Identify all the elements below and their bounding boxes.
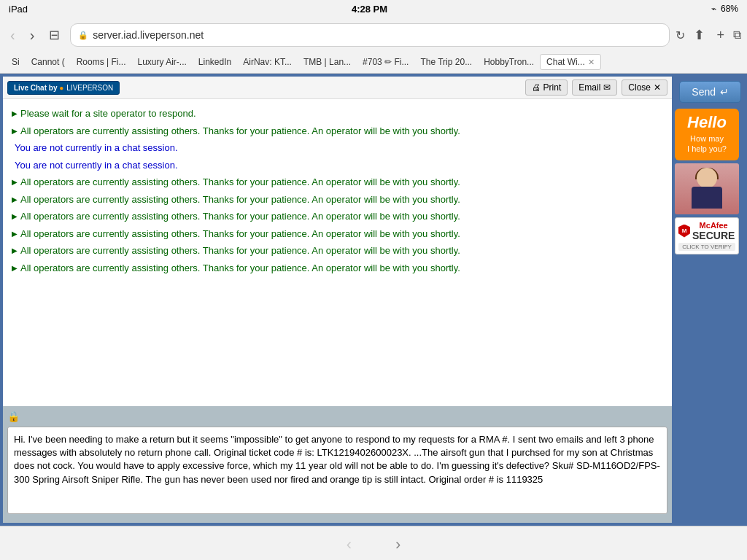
mcafee-secure-text: SECURE (692, 230, 735, 241)
bluetooth-icon: ⌁ (711, 4, 716, 14)
input-lock-icon: 🔒 (7, 411, 20, 422)
email-button[interactable]: Email ✉ (572, 79, 617, 96)
chat-message-system: ▶Please wait for a site operator to resp… (12, 106, 663, 121)
device-label: iPad (9, 4, 28, 15)
agent-figure (689, 165, 725, 212)
hello-text: Hello (681, 114, 733, 131)
reload-button[interactable]: ↻ (676, 28, 685, 42)
liveperson-label: LIVEPERSON (66, 84, 113, 92)
send-button[interactable]: Send ↵ (679, 81, 741, 103)
bookmark-tab-hobbytron[interactable]: HobbyTron... (478, 55, 540, 69)
bookmarks-button[interactable]: ⊟ (44, 26, 64, 44)
mcafee-logo: M McAfee SECURE (678, 221, 735, 241)
chat-message-system: ▶All operators are currently assisting o… (12, 192, 663, 207)
address-lock-icon: 🔒 (78, 31, 88, 40)
status-time: 4:28 PM (352, 4, 387, 15)
send-label: Send (692, 86, 716, 98)
status-device: iPad (9, 4, 28, 15)
main-area: Live Chat by ● LIVEPERSON 🖨 Print Email … (0, 74, 747, 560)
print-button[interactable]: 🖨 Print (525, 79, 568, 96)
mcafee-name: McAfee (692, 221, 735, 230)
bookmark-tab-rooms[interactable]: Rooms | Fi... (71, 55, 132, 69)
chat-messages: ▶Please wait for a site operator to resp… (3, 99, 672, 406)
address-bar[interactable]: 🔒 server.iad.liveperson.net (70, 23, 670, 47)
chat-message-plain: You are not currently in a chat session. (12, 141, 663, 155)
chat-message-system: ▶All operators are currently assisting o… (12, 261, 663, 276)
mcafee-secure-badge[interactable]: M McAfee SECURE CLICK TO VERIFY (675, 217, 739, 254)
email-label: Email (578, 82, 600, 93)
close-icon: ✕ (654, 82, 661, 93)
bottom-back-button[interactable]: ‹ (347, 535, 352, 554)
browser-chrome: ‹ › ⊟ 🔒 server.iad.liveperson.net ↻ ⬆ + … (0, 18, 747, 74)
back-button[interactable]: ‹ (6, 26, 20, 45)
liveperson-logo: Live Chat by ● LIVEPERSON (7, 81, 120, 95)
mcafee-shield-icon: M (678, 225, 690, 238)
close-button[interactable]: Close ✕ (622, 79, 667, 96)
bookmark-tab-703[interactable]: #703 ✏ Fi... (357, 55, 414, 69)
bookmark-tab-linkedin[interactable]: LinkedIn (193, 55, 237, 69)
chat-main: Live Chat by ● LIVEPERSON 🖨 Print Email … (3, 77, 672, 523)
right-sidebar: Send ↵ Hello How mayI help you? (675, 77, 744, 523)
input-area: 🔒 (3, 406, 672, 523)
chat-toolbar: Live Chat by ● LIVEPERSON 🖨 Print Email … (3, 77, 672, 99)
tab-close-icon[interactable]: ✕ (588, 58, 595, 67)
chat-message-system: ▶All operators are currently assisting o… (12, 175, 663, 190)
chat-message-system: ▶All operators are currently assisting o… (12, 244, 663, 258)
forward-button[interactable]: › (26, 26, 39, 45)
hello-sub: How mayI help you? (681, 133, 733, 155)
status-bar: iPad 4:28 PM ⌁ 68% (0, 0, 747, 18)
chat-message-system: ▶All operators are currently assisting o… (12, 209, 663, 224)
battery-level: 68% (721, 4, 738, 14)
lock-icon-row: 🔒 (7, 411, 667, 422)
bookmark-tab-cannot[interactable]: Cannot ( (26, 55, 71, 69)
hello-box: Hello How mayI help you? (675, 109, 739, 160)
print-icon: 🖨 (532, 82, 541, 93)
nav-bar: ‹ › ⊟ 🔒 server.iad.liveperson.net ↻ ⬆ + … (0, 18, 747, 52)
send-icon: ↵ (720, 86, 729, 98)
new-tab-button[interactable]: + (713, 25, 727, 46)
close-label: Close (628, 82, 651, 93)
bookmark-tab-si[interactable]: Si (6, 55, 26, 69)
chat-input[interactable] (7, 427, 667, 514)
bookmark-tab-tmb[interactable]: TMB | Lan... (298, 55, 357, 69)
chat-message-system: ▶All operators are currently assisting o… (12, 227, 663, 241)
chat-message-plain: You are not currently in a chat session. (12, 158, 663, 173)
toolbar-right: 🖨 Print Email ✉ Close ✕ (525, 79, 667, 96)
livechat-label: Live Chat by ● (14, 84, 63, 92)
address-url: server.iad.liveperson.net (93, 29, 662, 41)
bookmark-tab-trip[interactable]: The Trip 20... (414, 55, 478, 69)
agent-photo (675, 163, 739, 214)
share-button[interactable]: ⬆ (691, 24, 708, 46)
active-tab-label: Chat Wi... (546, 57, 585, 67)
bottom-bar: ‹ › (0, 526, 747, 560)
tabs-overview-button[interactable]: ⧉ (733, 28, 741, 42)
bookmark-tab-chat[interactable]: Chat Wi... ✕ (540, 54, 601, 70)
agent-body (692, 187, 722, 209)
bookmark-tab-luxury[interactable]: Luxury Air-... (132, 55, 193, 69)
print-label: Print (543, 82, 562, 93)
chat-message-system: ▶All operators are currently assisting o… (12, 124, 663, 139)
status-right: ⌁ 68% (711, 4, 738, 14)
bookmark-tab-airnav[interactable]: AirNav: KT... (237, 55, 298, 69)
mcafee-verify-label: CLICK TO VERIFY (678, 243, 735, 251)
send-row: Send ↵ (675, 78, 744, 106)
bookmark-tabs: Si Cannot ( Rooms | Fi... Luxury Air-...… (0, 52, 747, 73)
agent-head (697, 168, 717, 188)
email-icon: ✉ (603, 82, 611, 93)
content-row: Live Chat by ● LIVEPERSON 🖨 Print Email … (0, 74, 747, 526)
bottom-forward-button[interactable]: › (395, 535, 400, 554)
